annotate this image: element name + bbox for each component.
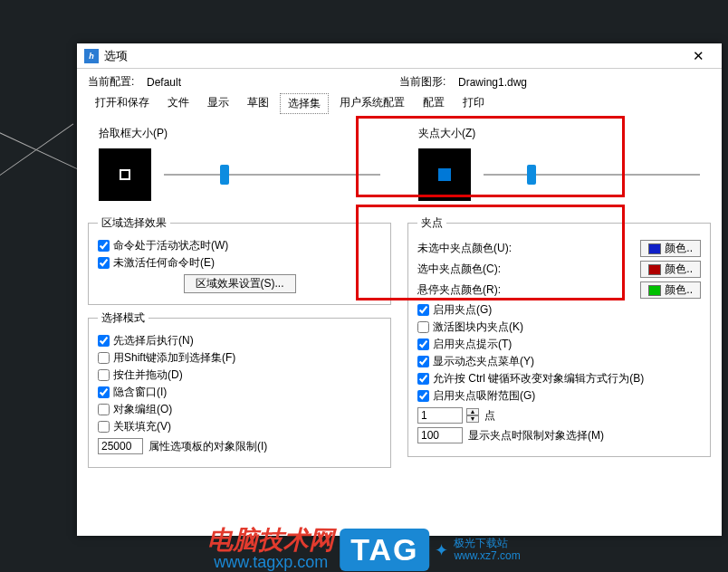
current-profile-value: Default xyxy=(147,76,181,89)
grip-limit-input[interactable] xyxy=(417,427,463,443)
chk-assoc-fill[interactable]: 关联填充(V) xyxy=(98,419,381,434)
grip-preview xyxy=(418,148,471,201)
color-selected-label: 选中夹点颜色(C): xyxy=(417,262,635,277)
pickbox-size-label: 拾取框大小(P) xyxy=(99,126,391,141)
current-profile-label: 当前配置: xyxy=(88,74,147,90)
watermark-url: www.tagxp.com xyxy=(207,553,334,572)
color-hover-button[interactable]: 颜色.. xyxy=(640,281,701,299)
tab-config[interactable]: 配置 xyxy=(416,93,452,114)
grip-limit-label: 显示夹点时限制对象选择(M) xyxy=(468,428,604,443)
app-icon: h xyxy=(84,49,99,63)
tab-display[interactable]: 显示 xyxy=(200,93,236,114)
chk-noun-verb[interactable]: 先选择后执行(N) xyxy=(98,333,381,348)
chk-implied-window[interactable]: 隐含窗口(I) xyxy=(98,385,381,400)
watermark-side2: www.xz7.com xyxy=(454,550,520,562)
chk-grip-snap[interactable]: 启用夹点吸附范围(G) xyxy=(417,388,701,404)
titlebar: h 选项 ✕ xyxy=(77,43,722,69)
color-selected-button[interactable]: 颜色.. xyxy=(640,261,701,278)
tab-files[interactable]: 文件 xyxy=(160,93,196,114)
tab-selection[interactable]: 选择集 xyxy=(280,93,329,114)
chk-press-drag[interactable]: 按住并拖动(D) xyxy=(98,367,381,383)
current-drawing-label: 当前图形: xyxy=(399,74,458,90)
grip-size-label: 夹点大小(Z) xyxy=(418,126,711,141)
current-drawing-value: Drawing1.dwg xyxy=(458,76,527,89)
color-unselected-button[interactable]: 颜色.. xyxy=(640,240,701,257)
grip-legend: 夹点 xyxy=(417,215,446,231)
chk-dyn-grip-menu[interactable]: 显示动态夹点菜单(Y) xyxy=(417,354,701,369)
color-hover-label: 悬停夹点颜色(R): xyxy=(417,282,635,298)
watermark-title: 电脑技术网 xyxy=(207,528,334,553)
chk-enable-grips[interactable]: 启用夹点(G) xyxy=(417,302,701,318)
tab-draft[interactable]: 草图 xyxy=(240,93,276,114)
close-button[interactable]: ✕ xyxy=(682,45,714,67)
color-hover-swatch xyxy=(648,285,661,296)
spinner-down-icon[interactable]: ▼ xyxy=(466,415,479,423)
chk-shift-add[interactable]: 用Shift键添加到选择集(F) xyxy=(98,350,381,366)
region-select-legend: 区域选择效果 xyxy=(98,215,170,231)
region-select-group: 区域选择效果 命令处于活动状态时(W) 未激活任何命令时(E) 区域效果设置(S… xyxy=(88,215,391,305)
color-unselected-swatch xyxy=(648,243,661,254)
pickbox-preview xyxy=(99,148,151,201)
pickbox-slider[interactable] xyxy=(164,165,380,185)
grip-slider[interactable] xyxy=(484,165,700,185)
spinner-up-icon[interactable]: ▲ xyxy=(466,408,479,415)
chk-obj-group[interactable]: 对象编组(O) xyxy=(98,402,381,417)
points-input[interactable] xyxy=(417,407,463,424)
tab-user-sys[interactable]: 用户系统配置 xyxy=(332,93,412,114)
select-mode-group: 选择模式 先选择后执行(N) 用Shift键添加到选择集(F) 按住并拖动(D) xyxy=(88,310,391,468)
color-selected-swatch xyxy=(648,264,661,275)
watermark: 电脑技术网 www.tagxp.com TAG ✦ 极光下载站 www.xz7.… xyxy=(207,528,521,572)
watermark-tag: TAG xyxy=(340,529,429,571)
star-icon: ✦ xyxy=(435,540,448,560)
select-mode-legend: 选择模式 xyxy=(98,310,148,326)
tabs: 打开和保存 文件 显示 草图 选择集 用户系统配置 配置 打印 xyxy=(88,93,711,115)
tab-open-save[interactable]: 打开和保存 xyxy=(88,93,157,114)
options-dialog: h 选项 ✕ 当前配置: Default 当前图形: Drawing1.dwg … xyxy=(77,43,722,536)
obj-limit-input[interactable] xyxy=(98,438,143,454)
points-label: 点 xyxy=(484,408,495,424)
chk-no-active-cmd[interactable]: 未激活任何命令时(E) xyxy=(98,255,381,271)
watermark-side1: 极光下载站 xyxy=(454,538,520,549)
chk-grip-tips[interactable]: 启用夹点提示(T) xyxy=(417,337,701,352)
chk-block-grips[interactable]: 激活图块内夹点(K) xyxy=(417,319,701,335)
grip-group: 夹点 未选中夹点颜色(U): 颜色.. 选中夹点颜色(C): 颜色.. xyxy=(407,215,711,457)
tab-print[interactable]: 打印 xyxy=(455,93,492,114)
chk-active-cmd[interactable]: 命令处于活动状态时(W) xyxy=(98,238,381,253)
color-unselected-label: 未选中夹点颜色(U): xyxy=(417,241,635,256)
chk-ctrl-cycle[interactable]: 允许按 Ctrl 键循环改变对象编辑方式行为(B) xyxy=(417,371,701,386)
obj-limit-label: 属性选项板的对象限制(I) xyxy=(148,439,267,454)
region-effect-settings-button[interactable]: 区域效果设置(S)... xyxy=(184,274,296,293)
points-spinner[interactable]: ▲ ▼ xyxy=(466,408,479,423)
window-title: 选项 xyxy=(104,48,682,64)
